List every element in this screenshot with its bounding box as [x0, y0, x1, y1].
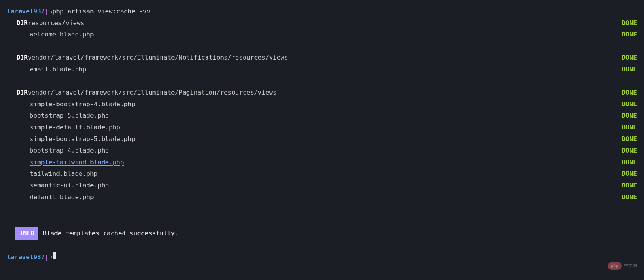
status-done: DONE	[620, 168, 637, 180]
dots-filler	[137, 100, 618, 106]
status-done: DONE	[620, 29, 637, 40]
file-row: bootstrap-5.blade.phpDONE	[7, 110, 637, 122]
prompt-arrow-icon: ⇒	[49, 251, 52, 263]
status-done: DONE	[620, 145, 637, 156]
watermark-text: 中文网	[624, 262, 637, 270]
blank-line	[7, 40, 637, 52]
dir-row: DIR vendor/laravel/framework/src/Illumin…	[7, 52, 637, 64]
file-row: tailwind.blade.phpDONE	[7, 168, 637, 180]
dots-filler	[95, 30, 618, 36]
prompt-arrow-icon: ⇒	[49, 5, 52, 17]
file-row: simple-tailwind.blade.phpDONE	[7, 156, 637, 168]
dir-tag: DIR	[16, 87, 28, 98]
file-name: simple-bootstrap-4.blade.php	[30, 98, 135, 110]
dir-path: vendor/laravel/framework/src/Illuminate/…	[28, 87, 277, 98]
status-done: DONE	[620, 133, 637, 145]
status-done: DONE	[620, 156, 637, 168]
prompt-line: laravel937|⇒ php artisan view:cache -vv	[7, 5, 637, 17]
file-row: bootstrap-4.blade.phpDONE	[7, 145, 637, 156]
dots-filler	[86, 19, 618, 25]
status-done: DONE	[620, 122, 637, 133]
dir-row: DIR resources/viewsDONE	[7, 17, 637, 29]
file-row: simple-bootstrap-5.blade.phpDONE	[7, 133, 637, 145]
dots-filler	[110, 111, 619, 118]
file-row: email.blade.phpDONE	[7, 64, 637, 75]
info-badge: INFO	[15, 227, 38, 240]
file-name[interactable]: simple-tailwind.blade.php	[30, 156, 124, 168]
dots-filler	[137, 135, 618, 141]
dots-filler	[99, 169, 619, 176]
status-done: DONE	[620, 191, 637, 203]
dots-filler	[278, 88, 619, 95]
blank-line	[7, 240, 637, 251]
file-name: welcome.blade.php	[30, 29, 94, 40]
status-done: DONE	[620, 52, 637, 64]
dots-filler	[95, 193, 618, 199]
file-name: bootstrap-5.blade.php	[30, 110, 109, 122]
terminal-output: laravel937|⇒ php artisan view:cache -vvD…	[7, 5, 637, 263]
status-done: DONE	[620, 17, 637, 29]
blank-line	[7, 215, 637, 226]
file-row: default.blade.phpDONE	[7, 191, 637, 203]
file-name: semantic-ui.blade.php	[30, 180, 109, 191]
dir-tag: DIR	[16, 17, 28, 29]
cursor-icon[interactable]	[53, 252, 57, 259]
dots-filler	[125, 158, 618, 164]
file-name: default.blade.php	[30, 191, 94, 203]
file-row: welcome.blade.phpDONE	[7, 29, 637, 40]
file-name: email.blade.php	[30, 64, 87, 75]
status-done: DONE	[620, 110, 637, 122]
watermark-pill: php	[608, 262, 622, 270]
command-text[interactable]: php artisan view:cache -vv	[52, 5, 150, 17]
file-row: semantic-ui.blade.phpDONE	[7, 180, 637, 191]
dir-path: vendor/laravel/framework/src/Illuminate/…	[28, 52, 288, 64]
prompt-line-idle: laravel937|⇒	[7, 251, 637, 263]
file-name: bootstrap-4.blade.php	[30, 145, 109, 156]
status-done: DONE	[620, 98, 637, 110]
watermark: php 中文网	[608, 262, 637, 270]
info-line: INFOBlade templates cached successfully.	[7, 227, 637, 240]
dots-filler	[110, 146, 619, 153]
prompt-host: laravel937	[7, 251, 45, 263]
file-name: tailwind.blade.php	[30, 168, 97, 180]
status-done: DONE	[620, 87, 637, 98]
prompt-host: laravel937	[7, 5, 45, 17]
status-done: DONE	[620, 64, 637, 75]
blank-line	[7, 203, 637, 215]
file-row: simple-default.blade.phpDONE	[7, 122, 637, 133]
dir-tag: DIR	[16, 52, 28, 64]
dir-row: DIR vendor/laravel/framework/src/Illumin…	[7, 87, 637, 98]
blank-line	[7, 75, 637, 87]
prompt-sep: |	[45, 5, 49, 17]
dots-filler	[290, 53, 619, 60]
dots-filler	[122, 123, 619, 129]
file-name: simple-bootstrap-5.blade.php	[30, 133, 135, 145]
file-row: simple-bootstrap-4.blade.phpDONE	[7, 98, 637, 110]
prompt-sep: |	[45, 251, 49, 263]
status-done: DONE	[620, 180, 637, 191]
dots-filler	[110, 181, 619, 187]
info-message: Blade templates cached successfully.	[43, 227, 179, 239]
dir-path: resources/views	[28, 17, 85, 29]
dots-filler	[88, 65, 619, 71]
file-name: simple-default.blade.php	[30, 122, 120, 133]
